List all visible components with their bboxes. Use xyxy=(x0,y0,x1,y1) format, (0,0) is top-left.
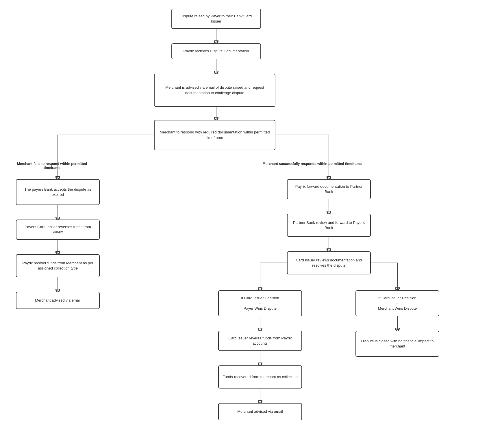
merchant-advised-right-box: Merchant advised via email xyxy=(218,403,302,420)
payers-card-reverses-box: Payers Card Issuer reverses funds from P… xyxy=(16,220,100,240)
card-issuer-reviews-box: Card Issuer reviews documentation and re… xyxy=(287,251,371,274)
fails-label: Merchant fails to respond within permitt… xyxy=(9,162,95,170)
partner-bank-review-box: Partner Bank review and forward to Payer… xyxy=(287,214,371,237)
succeeds-label: Merchant successfully responds within pe… xyxy=(260,162,364,166)
flowchart-container: Dispute raised by Payer to their Bank/Ca… xyxy=(0,0,504,433)
card-issuer-reverses-box: Card Issuer reveres funds from Payrix ac… xyxy=(218,331,302,351)
if-payer-wins-box: If Card Issuer Decision = Payer Wins Dis… xyxy=(218,290,302,316)
payrix-recover-box: Payrix recover funds from Merchant as pe… xyxy=(16,254,100,277)
merchant-respond-box: Merchant to respond with required docume… xyxy=(154,120,275,150)
funds-recovered-box: Funds recovered from merchant as collect… xyxy=(218,365,302,389)
payers-bank-accepts-box: The payers Bank accepts the dispute as e… xyxy=(16,179,100,205)
merchant-advised-email-dispute-box: Merchant is advised via email of dispute… xyxy=(154,74,275,107)
dispute-closed-box: Dispute is closed with no financial impa… xyxy=(355,331,439,357)
dispute-raised-box: Dispute raised by Payer to their Bank/Ca… xyxy=(171,9,261,29)
payrix-forward-box: Payrix forward documentation to Partner … xyxy=(287,179,371,199)
if-merchant-wins-box: If Card Issuer Decision = Merchant Wins … xyxy=(355,290,439,316)
merchant-advised-left-box: Merchant advised via email xyxy=(16,292,100,309)
payrix-receives-box: Payrix recieves Dispute Documentation xyxy=(171,43,261,59)
